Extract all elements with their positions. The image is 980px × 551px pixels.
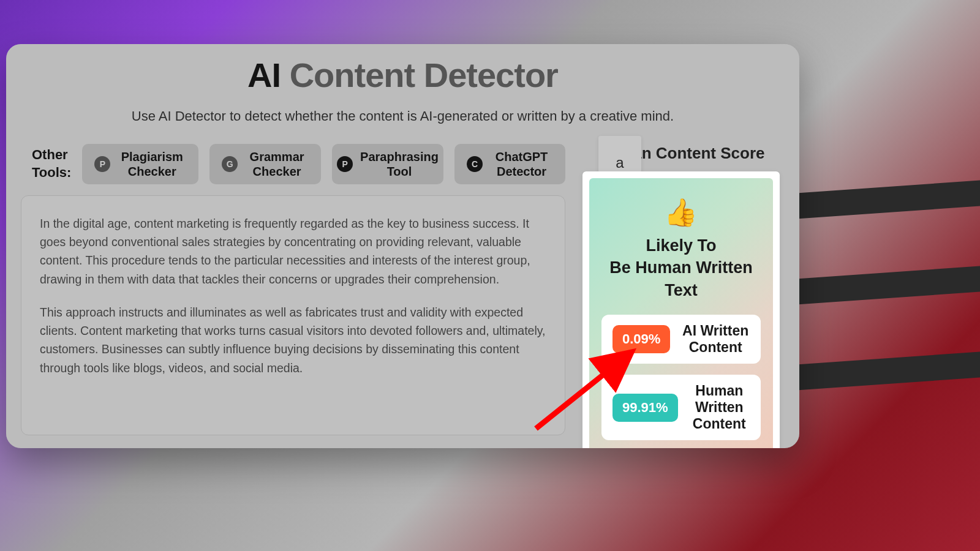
main-area: Other Tools: P Plagiarism Checker G Gram… xyxy=(21,144,785,448)
tool-label: Paraphrasing Tool xyxy=(360,149,439,179)
grammar-icon: G xyxy=(222,156,238,172)
verdict-line1: Likely To xyxy=(646,236,716,255)
page-subtitle: Use AI Detector to detect whether the co… xyxy=(6,108,799,124)
tool-label: ChatGPT Detector xyxy=(490,149,553,179)
decorative-stripe xyxy=(796,352,980,391)
title-bold: AI xyxy=(247,56,281,94)
partial-widget: a xyxy=(598,136,641,173)
tool-label: Plagiarism Checker xyxy=(118,149,186,179)
human-metric-row: 99.91% Human Written Content xyxy=(601,375,761,440)
content-textarea[interactable]: In the digital age, content marketing is… xyxy=(21,195,565,435)
app-window: AI Content Detector Use AI Detector to d… xyxy=(6,44,799,448)
plagiarism-icon: P xyxy=(94,156,110,172)
human-percent-badge: 99.91% xyxy=(612,394,678,422)
other-tools-row: Other Tools: P Plagiarism Checker G Gram… xyxy=(21,144,565,184)
right-column: Human Content Score 👍 Likely To Be Human… xyxy=(582,144,785,448)
paraphrasing-icon: P xyxy=(337,156,353,172)
title-muted: Content Detector xyxy=(290,56,558,94)
verdict-text: Likely To Be Human Written Text xyxy=(601,234,761,301)
page-title: AI Content Detector xyxy=(6,44,799,95)
content-paragraph: This approach instructs and illuminates … xyxy=(40,303,546,377)
tool-chatgpt-detector[interactable]: C ChatGPT Detector xyxy=(454,144,565,184)
score-card-inner: 👍 Likely To Be Human Written Text 0.09% … xyxy=(589,178,773,448)
tool-plagiarism-checker[interactable]: P Plagiarism Checker xyxy=(82,144,198,184)
score-card: 👍 Likely To Be Human Written Text 0.09% … xyxy=(582,171,780,448)
decorative-stripe xyxy=(796,266,980,305)
decorative-stripe xyxy=(796,181,980,219)
verdict-line2: Be Human Written Text xyxy=(609,258,753,299)
tool-label: Grammar Checker xyxy=(245,149,309,179)
ai-metric-label: AI Written Content xyxy=(681,323,750,356)
chatgpt-icon: C xyxy=(467,156,483,172)
left-column: Other Tools: P Plagiarism Checker G Gram… xyxy=(21,144,565,448)
thumbs-up-icon: 👍 xyxy=(601,197,761,228)
other-tools-label: Other Tools: xyxy=(21,146,71,181)
ai-percent-badge: 0.09% xyxy=(612,325,670,353)
ai-metric-row: 0.09% AI Written Content xyxy=(601,315,761,364)
tool-paraphrasing[interactable]: P Paraphrasing Tool xyxy=(332,144,443,184)
human-metric-label: Human Written Content xyxy=(689,383,750,432)
tool-grammar-checker[interactable]: G Grammar Checker xyxy=(209,144,321,184)
content-paragraph: In the digital age, content marketing is… xyxy=(40,214,546,288)
